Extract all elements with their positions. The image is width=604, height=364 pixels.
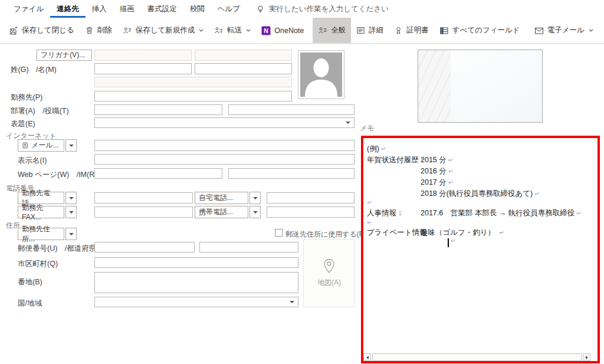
mobile-phone-input[interactable] bbox=[267, 206, 354, 218]
business-fax-input[interactable] bbox=[94, 206, 193, 218]
business-fax-selector[interactable]: 勤務先 FAX... bbox=[18, 206, 77, 218]
memo-line: (例) ↵ bbox=[367, 144, 588, 154]
furigana-button[interactable]: フリガナ(V)... bbox=[37, 50, 92, 61]
chevron-down-icon bbox=[199, 29, 203, 32]
name-label: 姓(G) /名(M) bbox=[11, 65, 57, 75]
city-input[interactable] bbox=[94, 257, 298, 268]
postal-prefecture-label: 郵便番号(U) /都道府県(D) bbox=[18, 244, 107, 254]
email-button[interactable]: 電子メール bbox=[529, 18, 599, 43]
dropdown-arrow-icon[interactable] bbox=[65, 139, 77, 152]
menu-format[interactable]: 書式設定 bbox=[141, 0, 183, 18]
street-label: 番地(B) bbox=[18, 277, 42, 287]
details-button[interactable]: 詳細 bbox=[351, 18, 389, 43]
memo-line: 2016 分 ↵ bbox=[367, 166, 588, 176]
menu-file[interactable]: ファイル bbox=[7, 0, 50, 18]
save-new-button[interactable]: 保存して新規作成 bbox=[117, 18, 209, 43]
memo-line: ↵ bbox=[367, 199, 588, 206]
first-name-input[interactable] bbox=[195, 63, 292, 74]
department-input[interactable] bbox=[94, 104, 222, 115]
scrollbar-thumb[interactable] bbox=[372, 353, 582, 361]
dropdown-arrow-icon[interactable] bbox=[250, 192, 261, 204]
memo-line: 人事情報： 2017.6 営業部 本部長 → 執行役員専務取締役 ↵ bbox=[367, 208, 588, 218]
contact-photo-button[interactable] bbox=[298, 50, 344, 99]
contact-card-icon bbox=[123, 26, 132, 35]
all-fields-label: すべてのフィールド bbox=[452, 25, 520, 35]
general-tab-button[interactable]: 全般 bbox=[313, 18, 351, 43]
save-close-button[interactable]: 保存して閉じる bbox=[4, 18, 80, 43]
memo-horizontal-scrollbar[interactable] bbox=[363, 353, 590, 361]
postal-code-input[interactable] bbox=[94, 242, 195, 252]
im-address-input[interactable] bbox=[228, 168, 354, 179]
country-region-select[interactable] bbox=[94, 297, 298, 307]
email-selector-label: メール... bbox=[31, 140, 59, 150]
last-name-input[interactable] bbox=[94, 63, 192, 74]
ribbon: 保存して閉じる 削除 保存して新規作成 bbox=[0, 18, 604, 44]
home-phone-input[interactable] bbox=[267, 192, 354, 204]
company-label: 勤務先(P) bbox=[11, 93, 42, 103]
business-phone-selector[interactable]: 勤務先電話... bbox=[18, 192, 77, 204]
display-name-input[interactable] bbox=[94, 154, 354, 165]
web-page-input[interactable] bbox=[94, 168, 222, 179]
memo-line: 2018 分(執行役員専務取締役あて) ↵ bbox=[367, 189, 588, 199]
paragraph-mark: ↵ bbox=[381, 146, 386, 152]
scroll-right-arrow-icon[interactable] bbox=[583, 353, 590, 361]
email-selector-button[interactable]: メール... bbox=[18, 139, 77, 152]
email-address-input[interactable] bbox=[94, 140, 354, 151]
city-label: 市区町村(Q) bbox=[18, 259, 58, 269]
forward-button[interactable]: 転送 bbox=[209, 18, 256, 43]
dropdown-arrow-icon[interactable] bbox=[65, 228, 77, 240]
paragraph-mark: ↵ bbox=[576, 210, 581, 217]
dropdown-arrow-icon[interactable] bbox=[65, 206, 77, 218]
prefecture-input[interactable] bbox=[199, 242, 298, 252]
job-title-input[interactable] bbox=[228, 104, 354, 115]
menu-help[interactable]: ヘルプ bbox=[211, 0, 247, 18]
paragraph-mark: ↵ bbox=[448, 168, 453, 175]
street-input[interactable] bbox=[94, 272, 298, 293]
dropdown-arrow-icon[interactable] bbox=[250, 206, 261, 218]
paragraph-mark: ↵ bbox=[448, 157, 453, 163]
paragraph-mark: ↵ bbox=[448, 179, 453, 186]
mobile-phone-label: 携帯電話... bbox=[199, 207, 233, 217]
paragraph-mark: ↵ bbox=[451, 238, 455, 244]
business-address-selector[interactable]: 勤務先住所... bbox=[18, 228, 77, 240]
furigana-first-input[interactable] bbox=[195, 50, 292, 61]
tell-me-box[interactable]: 実行したい作業を入力してください bbox=[256, 0, 389, 18]
display-name-label: 表示名(I) bbox=[18, 156, 47, 166]
menu-insert[interactable]: 挿入 bbox=[86, 0, 113, 18]
save-new-label: 保存して新規作成 bbox=[136, 25, 195, 35]
mobile-phone-selector[interactable]: 携帯電話... bbox=[195, 206, 261, 218]
menu-draw[interactable]: 描画 bbox=[113, 0, 141, 18]
svg-text:N: N bbox=[264, 27, 268, 34]
certificate-button[interactable]: 証明書 bbox=[389, 18, 434, 43]
map-pin-icon bbox=[323, 258, 336, 274]
forward-person-icon bbox=[214, 26, 224, 35]
memo-line: 年賀状送付履歴： 2015 分 ↵ bbox=[367, 155, 588, 165]
general-label: 全般 bbox=[331, 25, 346, 35]
email-label: 電子メール bbox=[547, 25, 585, 35]
scroll-left-arrow-icon[interactable] bbox=[363, 353, 371, 361]
onenote-button[interactable]: N OneNote bbox=[256, 18, 309, 43]
certificate-label: 証明書 bbox=[406, 25, 429, 35]
form-icon bbox=[356, 26, 365, 35]
business-phone-input[interactable] bbox=[94, 192, 193, 204]
company-input[interactable] bbox=[94, 91, 292, 101]
all-fields-button[interactable]: すべてのフィールド bbox=[434, 18, 526, 43]
person-silhouette-icon bbox=[300, 53, 342, 97]
mailing-address-checkbox[interactable] bbox=[275, 229, 283, 237]
memo-line: プライベート情報： 趣味（ゴルフ・釣り） ↵ bbox=[367, 228, 588, 238]
onenote-label: OneNote bbox=[274, 27, 304, 35]
map-button[interactable]: 地図(A) bbox=[303, 239, 355, 307]
delete-button[interactable]: 削除 bbox=[80, 18, 117, 43]
home-phone-selector[interactable]: 自宅電話... bbox=[195, 192, 261, 204]
file-as-select[interactable] bbox=[94, 117, 354, 128]
furigana-last-input[interactable] bbox=[94, 50, 192, 61]
dropdown-arrow-icon[interactable] bbox=[65, 192, 77, 204]
menu-contact[interactable]: 連絡先 bbox=[50, 0, 86, 18]
menu-review[interactable]: 校閲 bbox=[183, 0, 211, 18]
file-as-label: 表題(E) bbox=[11, 119, 35, 129]
memo-textarea[interactable]: (例) ↵ 年賀状送付履歴： 2015 分 ↵ 2016 分 ↵ 2017 分 … bbox=[361, 136, 600, 363]
paragraph-mark: ↵ bbox=[367, 199, 372, 206]
full-name-input[interactable] bbox=[94, 77, 292, 87]
table-icon bbox=[439, 26, 449, 35]
dropdown-arrow-icon bbox=[346, 122, 350, 124]
